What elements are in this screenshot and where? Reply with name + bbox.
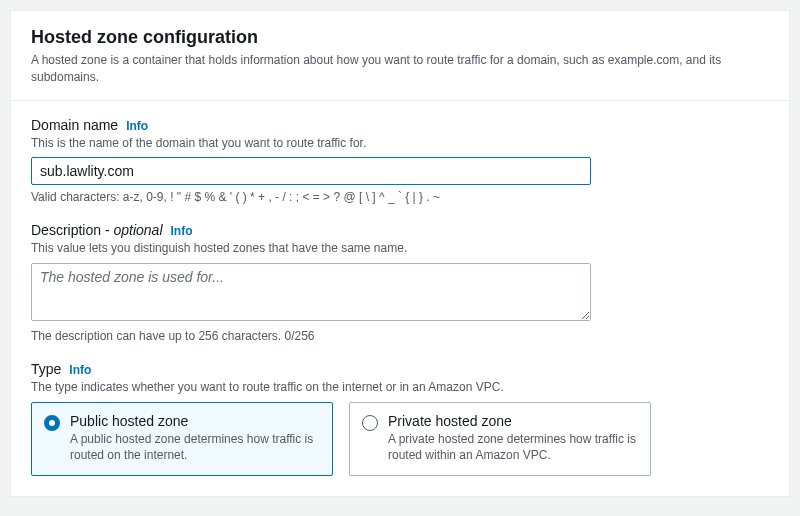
description-info-link[interactable]: Info <box>171 224 193 238</box>
description-label: Description - optional <box>31 222 163 238</box>
domain-name-field: Domain name Info This is the name of the… <box>31 117 769 205</box>
hosted-zone-config-panel: Hosted zone configuration A hosted zone … <box>10 10 790 497</box>
domain-name-input[interactable] <box>31 157 591 185</box>
tile-desc-public: A public hosted zone determines how traf… <box>70 431 320 463</box>
description-label-row: Description - optional Info <box>31 222 769 238</box>
domain-help: This is the name of the domain that you … <box>31 135 769 152</box>
tile-title-private: Private hosted zone <box>388 413 638 429</box>
type-label: Type <box>31 361 61 377</box>
type-help: The type indicates whether you want to r… <box>31 379 769 396</box>
type-field: Type Info The type indicates whether you… <box>31 361 769 476</box>
type-label-row: Type Info <box>31 361 769 377</box>
radio-icon <box>362 415 378 431</box>
description-help: This value lets you distinguish hosted z… <box>31 240 769 257</box>
domain-info-link[interactable]: Info <box>126 119 148 133</box>
type-tiles: Public hosted zone A public hosted zone … <box>31 402 651 476</box>
panel-subtitle: A hosted zone is a container that holds … <box>31 52 769 86</box>
domain-label-row: Domain name Info <box>31 117 769 133</box>
description-textarea[interactable] <box>31 263 591 321</box>
domain-label: Domain name <box>31 117 118 133</box>
domain-hint: Valid characters: a-z, 0-9, ! " # $ % & … <box>31 190 769 204</box>
panel-header: Hosted zone configuration A hosted zone … <box>11 11 789 101</box>
tile-desc-private: A private hosted zone determines how tra… <box>388 431 638 463</box>
type-info-link[interactable]: Info <box>69 363 91 377</box>
tile-title-public: Public hosted zone <box>70 413 320 429</box>
description-hint: The description can have up to 256 chara… <box>31 329 769 343</box>
panel-body: Domain name Info This is the name of the… <box>11 101 789 497</box>
description-field: Description - optional Info This value l… <box>31 222 769 343</box>
tile-private-hosted-zone[interactable]: Private hosted zone A private hosted zon… <box>349 402 651 476</box>
panel-title: Hosted zone configuration <box>31 27 769 48</box>
radio-icon <box>44 415 60 431</box>
tile-public-hosted-zone[interactable]: Public hosted zone A public hosted zone … <box>31 402 333 476</box>
